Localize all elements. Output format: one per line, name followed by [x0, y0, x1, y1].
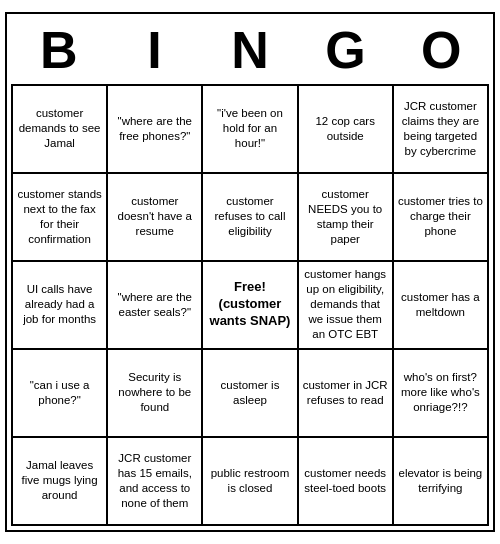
bingo-cell-10[interactable]: UI calls have already had a job for mont… — [13, 262, 108, 350]
bingo-cell-16[interactable]: Security is nowhere to be found — [108, 350, 203, 438]
bingo-cell-11[interactable]: "where are the easter seals?" — [108, 262, 203, 350]
bingo-cell-24[interactable]: elevator is being terrifying — [394, 438, 489, 526]
bingo-cell-18[interactable]: customer in JCR refuses to read — [299, 350, 394, 438]
bingo-cell-21[interactable]: JCR customer has 15 emails, and access t… — [108, 438, 203, 526]
bingo-letter-i: I — [107, 18, 203, 83]
bingo-cell-5[interactable]: customer stands next to the fax for thei… — [13, 174, 108, 262]
bingo-cell-14[interactable]: customer has a meltdown — [394, 262, 489, 350]
bingo-letter-b: B — [11, 18, 107, 83]
bingo-letter-g: G — [298, 18, 394, 83]
bingo-header: BINGO — [11, 18, 489, 83]
bingo-cell-23[interactable]: customer needs steel-toed boots — [299, 438, 394, 526]
bingo-cell-13[interactable]: customer hangs up on eligibility, demand… — [299, 262, 394, 350]
bingo-letter-n: N — [202, 18, 298, 83]
bingo-card: BINGO customer demands to see Jamal"wher… — [5, 12, 495, 531]
bingo-cell-19[interactable]: who's on first? more like who's onriage?… — [394, 350, 489, 438]
bingo-grid: customer demands to see Jamal"where are … — [11, 84, 489, 526]
bingo-cell-9[interactable]: customer tries to charge their phone — [394, 174, 489, 262]
bingo-cell-0[interactable]: customer demands to see Jamal — [13, 86, 108, 174]
bingo-cell-20[interactable]: Jamal leaves five mugs lying around — [13, 438, 108, 526]
bingo-cell-22[interactable]: public restroom is closed — [203, 438, 298, 526]
bingo-cell-3[interactable]: 12 cop cars outside — [299, 86, 394, 174]
bingo-cell-12[interactable]: Free! (customer wants SNAP) — [203, 262, 298, 350]
bingo-letter-o: O — [393, 18, 489, 83]
bingo-cell-4[interactable]: JCR customer claims they are being targe… — [394, 86, 489, 174]
bingo-cell-2[interactable]: "i've been on hold for an hour!" — [203, 86, 298, 174]
bingo-cell-1[interactable]: "where are the free phones?" — [108, 86, 203, 174]
bingo-cell-17[interactable]: customer is asleep — [203, 350, 298, 438]
bingo-cell-8[interactable]: customer NEEDS you to stamp their paper — [299, 174, 394, 262]
bingo-cell-7[interactable]: customer refuses to call eligibility — [203, 174, 298, 262]
bingo-cell-15[interactable]: "can i use a phone?" — [13, 350, 108, 438]
bingo-cell-6[interactable]: customer doesn't have a resume — [108, 174, 203, 262]
